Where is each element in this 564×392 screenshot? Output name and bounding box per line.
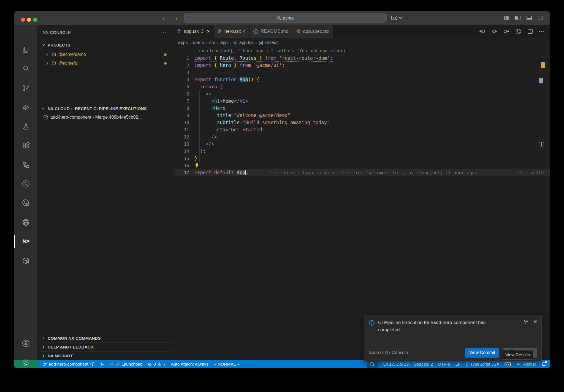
code-line-8[interactable]: 8 <Hero	[173, 105, 550, 112]
incoming-changes-icon[interactable]	[479, 29, 486, 34]
nx-graph-run-icon[interactable]	[515, 28, 522, 35]
line-number: 16	[173, 162, 194, 169]
minimap-letter-mark: T	[539, 140, 544, 148]
pipeline-execution-item[interactable]: add-hero-component - Merge 409b44e5cb02.…	[37, 113, 173, 122]
source-control-icon[interactable]	[14, 82, 37, 93]
close-tab-icon[interactable]: ×	[207, 28, 210, 34]
section-nx-migrate[interactable]: NX MIGRATE	[37, 351, 173, 360]
breadcrumb-item[interactable]: apps	[178, 40, 188, 45]
search-icon	[277, 16, 281, 20]
settings-gear-icon[interactable]	[14, 357, 37, 368]
breadcrumb-item[interactable]: src	[209, 40, 215, 45]
code-editor[interactable]: nx-cloud[bot], 1 hour ago | 2 authors (Y…	[173, 47, 550, 360]
vim-mode-item[interactable]: -- NORMAL --	[214, 360, 240, 368]
notifications-item[interactable]	[541, 360, 546, 368]
customize-layout-icon[interactable]	[504, 15, 509, 21]
code-line-13[interactable]: 13 </>	[173, 140, 550, 148]
more-editor-actions-icon[interactable]: ⋯	[539, 28, 544, 35]
info-icon	[369, 320, 375, 326]
minimize-window-button[interactable]	[27, 18, 31, 22]
code-line-4[interactable]: 4export function App() {	[173, 76, 550, 83]
vscode-window: ← → acme	[14, 11, 550, 368]
indent-guide	[205, 97, 205, 155]
extensions-icon[interactable]	[14, 140, 37, 151]
code-line-5[interactable]: 5 return (	[173, 83, 550, 90]
commit-icon[interactable]	[492, 29, 497, 34]
code-line-6[interactable]: 6 <>	[173, 90, 550, 97]
package-icon[interactable]	[14, 255, 37, 266]
tab-app-spec-tsx[interactable]: app.spec.tsx	[292, 25, 333, 38]
breadcrumb-item[interactable]: default	[265, 40, 278, 45]
code-line-7[interactable]: 7 <h1>Home</h1>	[173, 97, 550, 105]
git-branch-item[interactable]: add-hero-component	[43, 360, 95, 368]
braces-icon: {}	[466, 362, 468, 367]
code-line-2[interactable]: 2import { Hero } from '@acme/ui';	[173, 62, 550, 69]
tab-hero-tsx[interactable]: hero.tsx 4	[214, 25, 250, 38]
outgoing-changes-icon[interactable]	[503, 29, 509, 34]
nav-forward-icon[interactable]: →	[172, 11, 178, 25]
nx-cloud-graph-icon[interactable]	[14, 197, 37, 208]
line-number: 11	[173, 126, 194, 134]
code-line-10[interactable]: 10 subtitle="Build something amazing tod…	[173, 119, 550, 126]
code-line-1[interactable]: 1import { Route, Routes } from 'react-ro…	[173, 55, 550, 62]
source-control-graph-item[interactable]	[100, 360, 104, 368]
breadcrumb-item[interactable]: app.tsx	[239, 40, 254, 45]
overview-ruler-change-mark	[539, 78, 543, 83]
testing-icon[interactable]	[14, 121, 37, 132]
code-line-9[interactable]: 9 title="Welcome @acme/demo"	[173, 112, 550, 119]
branch-name: add-hero-component	[49, 362, 88, 367]
edge-browser-icon[interactable]	[14, 217, 37, 228]
code-line-3[interactable]: 3	[173, 69, 550, 76]
editor-group: app.tsx 3 × hero.tsx 4 README.md app.spe…	[173, 25, 550, 360]
toggle-panel-icon[interactable]	[526, 15, 532, 21]
line-number: 14	[173, 148, 194, 155]
problems-item[interactable]: ⊗ 0 ⚠ 7	[148, 360, 166, 368]
lightbulb-icon[interactable]	[194, 163, 199, 168]
project-label: @acme/ui	[58, 61, 78, 66]
project-item-acme-demo[interactable]: @acme/demo	[37, 50, 173, 59]
auto-attach-item[interactable]: Auto Attach: Always	[171, 360, 208, 368]
maximize-window-button[interactable]	[33, 18, 37, 22]
line-number: 10	[173, 119, 194, 126]
nx-project-graph-icon[interactable]	[14, 178, 37, 189]
nx-cloud-section-header[interactable]: NX CLOUD :: RECENT CI PIPELINE EXECUTION…	[37, 104, 173, 113]
toggle-secondary-sidebar-icon[interactable]	[538, 15, 543, 21]
more-actions-icon[interactable]: ···	[160, 29, 167, 36]
line-number: 9	[173, 112, 194, 119]
section-help-and-feedback[interactable]: HELP AND FEEDBACK	[37, 342, 173, 351]
check-circle-icon	[43, 115, 48, 120]
command-center-search[interactable]: acme	[184, 13, 387, 23]
toggle-sidebar-icon[interactable]	[515, 15, 521, 21]
search-sidebar-icon[interactable]	[14, 63, 37, 74]
tab-readme-md[interactable]: README.md	[250, 25, 292, 38]
tab-bar: app.tsx 3 × hero.tsx 4 README.md app.spe…	[173, 25, 550, 38]
notification-settings-gear-icon[interactable]	[523, 319, 528, 324]
launchpad-item[interactable]: Launchpad	[109, 360, 143, 368]
code-line-11[interactable]: 11 cta="Get Started"	[173, 126, 550, 133]
account-icon[interactable]	[14, 338, 37, 349]
copilot-menu[interactable]	[391, 11, 402, 25]
code-line-16[interactable]: 16	[173, 162, 550, 169]
close-notification-icon[interactable]: ×	[533, 319, 537, 334]
nav-back-icon[interactable]: ←	[162, 11, 168, 25]
project-item-acme-ui[interactable]: @acme/ui	[37, 59, 173, 68]
breadcrumb-item[interactable]: app	[220, 40, 228, 45]
code-line-15[interactable]: 15}	[173, 155, 550, 162]
formatter-label: Prettier	[522, 362, 536, 367]
split-editor-icon[interactable]	[527, 29, 533, 34]
nx-console-icon[interactable]: N≥	[14, 236, 37, 247]
run-debug-icon[interactable]	[14, 102, 37, 113]
tab-app-tsx[interactable]: app.tsx 3 ×	[173, 25, 214, 38]
projects-section-header[interactable]: PROJECTS	[37, 40, 173, 50]
view-commit-button[interactable]: View Commit	[465, 348, 499, 358]
line-number: 2	[173, 62, 194, 69]
type-hierarchy-icon[interactable]	[14, 159, 37, 170]
code-line-12[interactable]: 12 />	[173, 133, 550, 140]
section-common-nx-commands[interactable]: COMMON NX COMMANDS	[37, 334, 173, 342]
breadcrumb-item[interactable]: demo	[193, 40, 204, 45]
close-window-button[interactable]	[21, 18, 25, 22]
code-line-17[interactable]: 17export default App;fix: correct typo i…	[173, 169, 550, 176]
code-line-14[interactable]: 14 );	[173, 148, 550, 155]
title-bar: ← → acme	[14, 11, 550, 25]
explorer-icon[interactable]	[14, 44, 37, 55]
